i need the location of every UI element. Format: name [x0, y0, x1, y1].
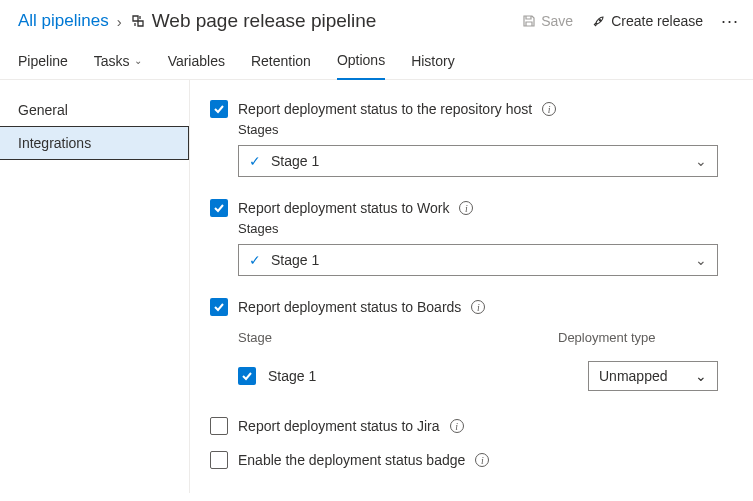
- tab-retention[interactable]: Retention: [251, 46, 311, 79]
- tab-pipeline[interactable]: Pipeline: [18, 46, 68, 79]
- pipeline-icon: [130, 13, 146, 29]
- breadcrumb-root[interactable]: All pipelines: [18, 11, 109, 31]
- checkbox-boards-stage1[interactable]: [238, 367, 256, 385]
- sidenav-integrations[interactable]: Integrations: [0, 126, 189, 160]
- tab-tasks[interactable]: Tasks ⌄: [94, 46, 142, 79]
- boards-stage-name: Stage 1: [268, 368, 588, 384]
- chevron-down-icon: ⌄: [134, 55, 142, 66]
- label-work-stages: Stages: [238, 221, 723, 236]
- label-repo-stages: Stages: [238, 122, 723, 137]
- label-work-status: Report deployment status to Work: [238, 200, 449, 216]
- label-repo-status: Report deployment status to the reposito…: [238, 101, 532, 117]
- dropdown-work-stages[interactable]: ✓ Stage 1 ⌄: [238, 244, 718, 276]
- info-icon[interactable]: i: [542, 102, 556, 116]
- info-icon[interactable]: i: [459, 201, 473, 215]
- sidenav-general[interactable]: General: [0, 94, 189, 126]
- dropdown-repo-stages[interactable]: ✓ Stage 1 ⌄: [238, 145, 718, 177]
- label-boards-status: Report deployment status to Boards: [238, 299, 461, 315]
- checkbox-jira-status[interactable]: [210, 417, 228, 435]
- chevron-right-icon: ›: [117, 13, 122, 30]
- create-release-label: Create release: [611, 13, 703, 29]
- tab-history[interactable]: History: [411, 46, 455, 79]
- dropdown-repo-value: Stage 1: [271, 153, 319, 169]
- save-icon: [522, 14, 536, 28]
- dropdown-deploy-type[interactable]: Unmapped ⌄: [588, 361, 718, 391]
- label-badge: Enable the deployment status badge: [238, 452, 465, 468]
- col-header-deploy: Deployment type: [558, 330, 718, 345]
- label-jira-status: Report deployment status to Jira: [238, 418, 440, 434]
- checkbox-work-status[interactable]: [210, 199, 228, 217]
- info-icon[interactable]: i: [475, 453, 489, 467]
- save-button: Save: [522, 13, 573, 29]
- chevron-down-icon: ⌄: [695, 153, 707, 169]
- chevron-down-icon: ⌄: [695, 368, 707, 384]
- chevron-down-icon: ⌄: [695, 252, 707, 268]
- rocket-icon: [591, 14, 606, 29]
- page-title: Web page release pipeline: [152, 10, 377, 32]
- tab-options[interactable]: Options: [337, 46, 385, 80]
- check-icon: ✓: [249, 153, 261, 169]
- more-menu-button[interactable]: ···: [721, 11, 739, 32]
- create-release-button[interactable]: Create release: [591, 13, 703, 29]
- info-icon[interactable]: i: [471, 300, 485, 314]
- save-label: Save: [541, 13, 573, 29]
- check-icon: ✓: [249, 252, 261, 268]
- info-icon[interactable]: i: [450, 419, 464, 433]
- dropdown-deploy-value: Unmapped: [599, 368, 668, 384]
- dropdown-work-value: Stage 1: [271, 252, 319, 268]
- checkbox-badge[interactable]: [210, 451, 228, 469]
- boards-stage-row: Stage 1 Unmapped ⌄: [238, 361, 718, 391]
- col-header-stage: Stage: [238, 330, 558, 345]
- checkbox-boards-status[interactable]: [210, 298, 228, 316]
- tab-tasks-label: Tasks: [94, 53, 130, 69]
- tab-variables[interactable]: Variables: [168, 46, 225, 79]
- checkbox-repo-status[interactable]: [210, 100, 228, 118]
